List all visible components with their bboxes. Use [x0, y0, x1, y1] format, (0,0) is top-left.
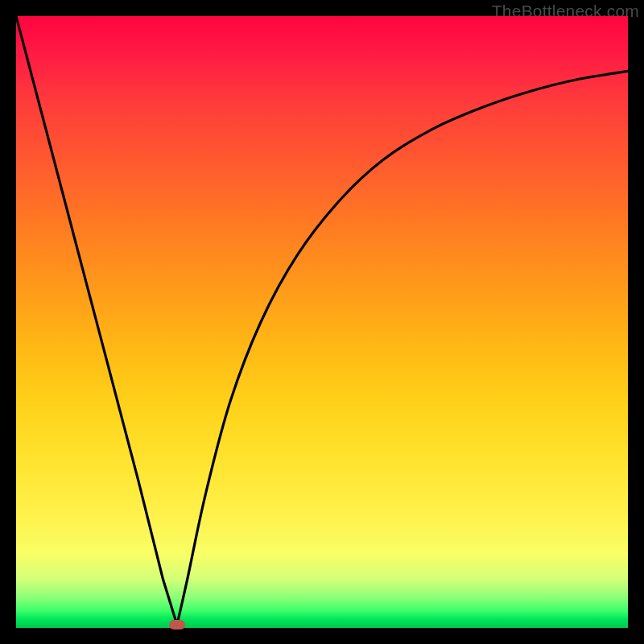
bottleneck-curve	[16, 16, 628, 628]
minimum-marker	[169, 620, 185, 630]
chart-frame	[16, 16, 628, 628]
